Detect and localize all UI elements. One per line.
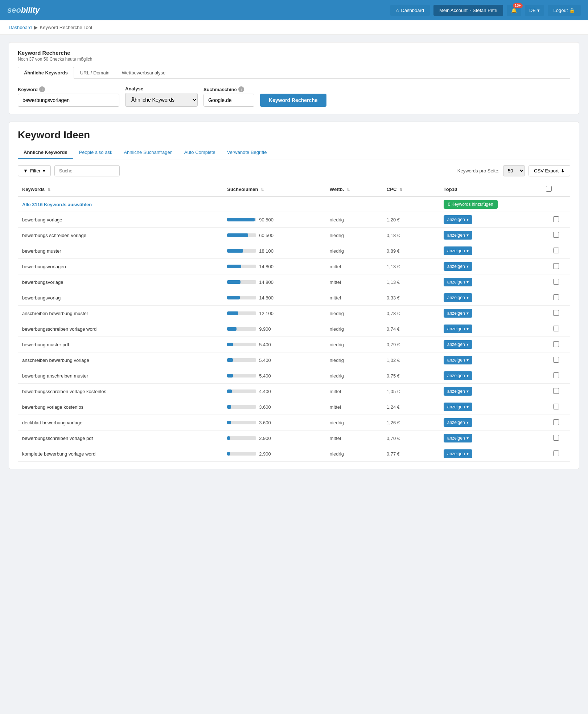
bar-container: 5.400 — [227, 373, 321, 379]
row-checkbox[interactable] — [553, 404, 559, 409]
anzeigen-button[interactable]: anzeigen ▾ — [444, 231, 472, 240]
anzeigen-button[interactable]: anzeigen ▾ — [444, 387, 472, 396]
keyword-recherche-button[interactable]: Keyword Recherche — [260, 94, 326, 107]
tab-wettbewerbsanalyse[interactable]: Wettbewerbsanalyse — [116, 67, 172, 78]
bar-fill — [227, 421, 231, 424]
anzeigen-button[interactable]: anzeigen ▾ — [444, 340, 472, 349]
cpc-cell: 0,75 € — [382, 368, 439, 384]
anzeigen-button[interactable]: anzeigen ▾ — [444, 403, 472, 411]
row-checkbox[interactable] — [553, 341, 559, 347]
top10-cell: anzeigen ▾ — [439, 384, 542, 399]
tab-verwandte-begriffe[interactable]: Verwandte Begriffe — [221, 147, 273, 159]
recherche-subtitle: Noch 37 von 50 Checks heute möglich — [18, 57, 570, 62]
cpc-cell: 1,13 € — [382, 259, 439, 274]
wettb-cell: mittel — [325, 259, 382, 274]
top10-cell: anzeigen ▾ — [439, 274, 542, 290]
anzeigen-button[interactable]: anzeigen ▾ — [444, 262, 472, 271]
cpc-cell: 0,70 € — [382, 431, 439, 446]
chevron-down-icon: ▾ — [537, 8, 540, 13]
master-checkbox[interactable] — [546, 186, 552, 192]
row-checkbox[interactable] — [553, 248, 559, 253]
chevron-down-icon: ▾ — [466, 233, 469, 238]
chevron-down-icon: ▾ — [466, 295, 469, 300]
tab-people-also-ask[interactable]: People also ask — [73, 147, 118, 159]
suchvolumen-cell: 5.400 — [223, 368, 325, 384]
tab-aehnliche-suchanfragen[interactable]: Ähnliche Suchanfragen — [118, 147, 178, 159]
search-form: Keyword i Analyse Ähnliche Keywords URL … — [18, 86, 570, 107]
logout-button[interactable]: Logout 🔒 — [548, 5, 581, 16]
tab-aehnliche-keywords-ideen[interactable]: Ähnliche Keywords — [18, 147, 73, 159]
th-cpc: CPC ⇅ — [382, 182, 439, 197]
anzeigen-button[interactable]: anzeigen ▾ — [444, 293, 472, 302]
row-checkbox[interactable] — [553, 326, 559, 331]
row-checkbox[interactable] — [553, 216, 559, 222]
anzeigen-button[interactable]: anzeigen ▾ — [444, 325, 472, 333]
suchvolumen-cell: 60.500 — [223, 228, 325, 243]
keyword-cell: bewerbungs schreiben vorlage — [18, 228, 223, 243]
row-checkbox[interactable] — [553, 372, 559, 378]
top10-cell: anzeigen ▾ — [439, 415, 542, 431]
bar-wrap — [227, 218, 256, 221]
anzeigen-button[interactable]: anzeigen ▾ — [444, 215, 472, 224]
chevron-down-icon: ▾ — [466, 342, 469, 347]
chevron-down-icon: ▾ — [466, 436, 469, 441]
search-filter-input[interactable] — [54, 165, 120, 176]
checkbox-cell — [542, 306, 570, 321]
anzeigen-button[interactable]: anzeigen ▾ — [444, 418, 472, 427]
checkbox-cell — [542, 212, 570, 228]
tab-auto-complete[interactable]: Auto Complete — [178, 147, 221, 159]
row-checkbox[interactable] — [553, 310, 559, 316]
suchmaschine-info-icon[interactable]: i — [238, 86, 244, 92]
breadcrumb-home[interactable]: Dashboard — [9, 25, 32, 30]
row-checkbox[interactable] — [553, 450, 559, 456]
row-checkbox[interactable] — [553, 357, 559, 363]
row-checkbox[interactable] — [553, 232, 559, 238]
wettb-cell: niedrig — [325, 368, 382, 384]
filter-right: Keywords pro Seite: 10 25 50 100 CSV Exp… — [457, 165, 570, 176]
bar-container: 14.800 — [227, 280, 321, 285]
keyword-info-icon[interactable]: i — [39, 86, 45, 92]
row-checkbox[interactable] — [553, 294, 559, 300]
sort-keywords-icon[interactable]: ⇅ — [48, 188, 50, 192]
add-all-button[interactable]: 0 Keywords hinzufügen — [444, 200, 498, 209]
top10-cell: anzeigen ▾ — [439, 243, 542, 259]
anzeigen-button[interactable]: anzeigen ▾ — [444, 356, 472, 364]
language-button[interactable]: DE ▾ — [525, 5, 544, 16]
keyword-input[interactable] — [18, 94, 119, 107]
sort-cpc-icon[interactable]: ⇅ — [399, 188, 402, 192]
keyword-cell: anschreiben bewerbung muster — [18, 306, 223, 321]
row-checkbox[interactable] — [553, 279, 559, 285]
row-checkbox[interactable] — [553, 419, 559, 425]
suchmaschine-input[interactable] — [203, 94, 254, 107]
chevron-down-icon: ▾ — [466, 326, 469, 331]
anzeigen-button[interactable]: anzeigen ▾ — [444, 246, 472, 255]
keyword-cell: bewerbungsvorlagen — [18, 259, 223, 274]
bar-container: 2.900 — [227, 451, 321, 457]
sort-wettb-icon[interactable]: ⇅ — [347, 188, 350, 192]
checkbox-cell — [542, 415, 570, 431]
anzeigen-button[interactable]: anzeigen ▾ — [444, 449, 472, 458]
notifications-button[interactable]: 🔔 10+ — [507, 5, 521, 16]
row-checkbox[interactable] — [553, 435, 559, 441]
bar-container: 12.100 — [227, 311, 321, 316]
anzeigen-button[interactable]: anzeigen ▾ — [444, 309, 472, 318]
per-page-select[interactable]: 10 25 50 100 — [503, 165, 525, 176]
tab-aehnliche-keywords[interactable]: Ähnliche Keywords — [18, 67, 74, 79]
row-checkbox[interactable] — [553, 388, 559, 394]
csv-export-button[interactable]: CSV Export ⬇ — [529, 165, 570, 176]
anzeigen-button[interactable]: anzeigen ▾ — [444, 278, 472, 286]
filter-button[interactable]: ▼ Filter ▾ — [18, 165, 51, 176]
select-all-link[interactable]: Alle 3116 Keywords auswählen — [22, 202, 92, 207]
table-header: Keywords ⇅ Suchvolumen ⇅ Wettb. ⇅ CPC ⇅ … — [18, 182, 570, 197]
bar-fill — [227, 296, 240, 299]
suchvolumen-cell: 14.800 — [223, 259, 325, 274]
anzeigen-button[interactable]: anzeigen ▾ — [444, 434, 472, 442]
ideen-title: Keyword Ideen — [18, 129, 570, 141]
tab-url-domain[interactable]: URL / Domain — [74, 67, 116, 78]
analyse-select[interactable]: Ähnliche Keywords URL / Domain Wettbewer… — [125, 93, 198, 107]
sort-suchvolumen-icon[interactable]: ⇅ — [261, 188, 264, 192]
anzeigen-button[interactable]: anzeigen ▾ — [444, 371, 472, 380]
account-button[interactable]: Mein Account - Stefan Petri — [433, 5, 503, 16]
row-checkbox[interactable] — [553, 263, 559, 269]
dashboard-button[interactable]: ⌂ Dashboard — [390, 5, 430, 16]
